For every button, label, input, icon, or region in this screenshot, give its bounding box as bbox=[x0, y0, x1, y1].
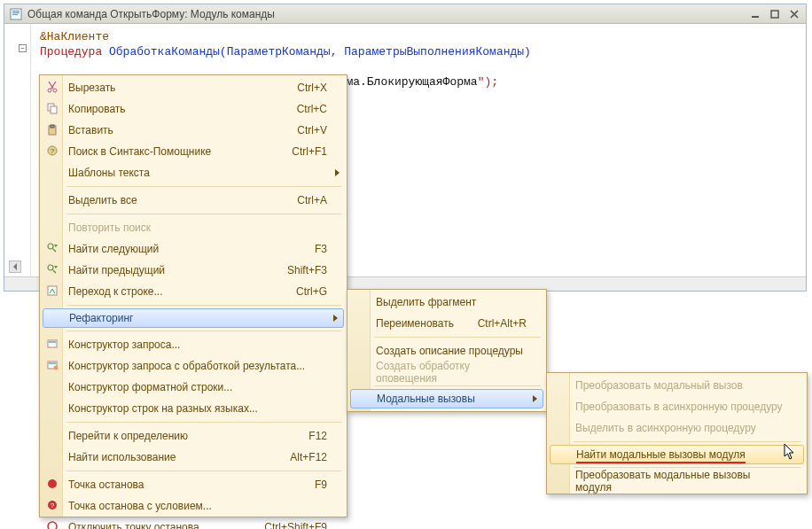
menu-item-label: Выделить все bbox=[68, 194, 276, 206]
svg-point-14 bbox=[48, 244, 53, 249]
menu-item[interactable]: Конструктор форматной строки... bbox=[42, 377, 345, 398]
submenu-arrow-icon bbox=[333, 315, 338, 322]
menu-item-label: Перейти к определению bbox=[68, 430, 287, 442]
menu-item-shortcut: F9 bbox=[315, 478, 327, 491]
menu-item: Преобразовать в асинхронную процедуру bbox=[549, 396, 805, 417]
close-button[interactable] bbox=[788, 8, 800, 20]
menu-item[interactable]: Найти модальные вызовы модуля bbox=[550, 445, 804, 464]
menu-item[interactable]: Найти следующийF3 bbox=[42, 238, 345, 260]
fold-button[interactable]: − bbox=[19, 44, 27, 52]
menu-item[interactable]: ВставитьCtrl+V bbox=[42, 120, 345, 141]
menu-separator bbox=[374, 337, 541, 338]
find-prev-icon bbox=[45, 262, 59, 276]
menu-item-label: Переименовать bbox=[376, 317, 457, 330]
submenu-arrow-icon bbox=[335, 169, 340, 176]
menu-item-label: Конструктор форматной строки... bbox=[68, 381, 327, 393]
menu-item[interactable]: ?Поиск в Синтакс-ПомощникеCtrl+F1 bbox=[42, 141, 345, 162]
menu-item-shortcut: Ctrl+C bbox=[297, 103, 327, 115]
help-icon: ? bbox=[45, 144, 59, 158]
menu-item[interactable]: Найти предыдущийShift+F3 bbox=[42, 260, 345, 281]
submenu-modal-calls[interactable]: Преобразовать модальный вызовПреобразова… bbox=[546, 372, 808, 494]
svg-rect-5 bbox=[771, 11, 778, 18]
menu-item-label: Создать описание процедуры bbox=[376, 345, 527, 357]
maximize-button[interactable] bbox=[769, 8, 781, 20]
menu-item[interactable]: Рефакторинг bbox=[43, 308, 344, 328]
svg-point-22 bbox=[48, 479, 57, 488]
svg-point-25 bbox=[48, 522, 57, 529]
menu-item: Выделить в асинхронную процедуру bbox=[549, 417, 805, 439]
menu-item[interactable]: Конструктор запроса... bbox=[42, 334, 345, 355]
menu-item-label: Повторить поиск bbox=[68, 222, 327, 234]
paste-icon bbox=[45, 122, 59, 136]
menu-item-label: Вырезать bbox=[68, 82, 276, 94]
menu-item-label: Преобразовать модальные вызовы модуля bbox=[575, 469, 787, 494]
menu-item-label: Выделить фрагмент bbox=[376, 296, 527, 308]
titlebar: Общая команда ОткрытьФорму: Модуль коман… bbox=[4, 4, 806, 24]
menu-item[interactable]: Преобразовать модальные вызовы модуля bbox=[549, 471, 805, 492]
cond-breakpoint-icon: ? bbox=[45, 498, 59, 512]
menu-item[interactable]: Конструктор запроса с обработкой результ… bbox=[42, 355, 345, 377]
menu-item[interactable]: Выделить всеCtrl+A bbox=[42, 190, 345, 211]
svg-point-6 bbox=[48, 89, 51, 92]
menu-item[interactable]: Точка остановаF9 bbox=[42, 474, 345, 495]
menu-item[interactable]: ?Точка останова с условием... bbox=[42, 495, 345, 517]
menu-item-label: Конструктор запроса с обработкой результ… bbox=[68, 360, 327, 372]
menu-separator bbox=[374, 385, 541, 386]
menu-item[interactable]: ВырезатьCtrl+X bbox=[42, 77, 345, 98]
menu-item-label: Вставить bbox=[68, 124, 276, 136]
menu-item-shortcut: F12 bbox=[308, 430, 327, 442]
menu-item[interactable]: Конструктор строк на разных языках... bbox=[42, 398, 345, 419]
svg-rect-18 bbox=[49, 341, 56, 343]
menu-item-label: Рефакторинг bbox=[69, 312, 326, 324]
menu-item[interactable]: Модальные вызовы bbox=[350, 389, 543, 408]
menu-item[interactable]: Шаблоны текста bbox=[42, 162, 345, 183]
menu-separator bbox=[66, 305, 341, 306]
menu-item-shortcut: Alt+F12 bbox=[290, 451, 327, 463]
menu-item[interactable]: Найти использованиеAlt+F12 bbox=[42, 447, 345, 468]
submenu-refactoring[interactable]: Выделить фрагментПереименоватьCtrl+Alt+R… bbox=[347, 289, 547, 412]
menu-item-shortcut: Ctrl+A bbox=[297, 194, 327, 206]
menu-item-label: Найти модальные вызовы модуля bbox=[576, 448, 786, 461]
menu-item[interactable]: Перейти к определениюF12 bbox=[42, 425, 345, 447]
breakpoint-icon bbox=[45, 477, 59, 491]
menu-item[interactable]: Переход к строке...Ctrl+G bbox=[42, 281, 345, 302]
menu-item-label: Точка останова bbox=[68, 478, 293, 491]
copy-icon bbox=[45, 101, 59, 115]
find-next-icon bbox=[45, 241, 59, 255]
menu-item-label: Копировать bbox=[68, 103, 276, 115]
menu-item-label: Модальные вызовы bbox=[377, 393, 526, 405]
menu-item-label: Конструктор строк на разных языках... bbox=[68, 402, 327, 415]
menu-item[interactable]: КопироватьCtrl+C bbox=[42, 98, 345, 120]
minimize-button[interactable] bbox=[749, 8, 761, 20]
menu-item-shortcut: Ctrl+Shift+F9 bbox=[264, 521, 327, 529]
menu-item-shortcut: Shift+F3 bbox=[287, 264, 327, 276]
menu-item: Преобразовать модальный вызов bbox=[549, 375, 805, 396]
context-menu-main[interactable]: ВырезатьCtrl+XКопироватьCtrl+CВставитьCt… bbox=[39, 74, 347, 517]
module-icon bbox=[10, 8, 22, 20]
menu-item-shortcut: Ctrl+X bbox=[297, 82, 327, 94]
gutter: − bbox=[4, 24, 31, 276]
menu-item-label: Выделить в асинхронную процедуру bbox=[575, 422, 787, 434]
menu-item-label: Поиск в Синтакс-Помощнике bbox=[68, 145, 270, 158]
menu-item-label: Конструктор запроса... bbox=[68, 338, 327, 351]
menu-separator bbox=[66, 422, 341, 423]
menu-item[interactable]: Создать описание процедуры bbox=[349, 340, 544, 362]
menu-separator bbox=[66, 186, 341, 187]
svg-rect-11 bbox=[51, 125, 54, 128]
svg-point-21 bbox=[54, 366, 59, 370]
svg-rect-9 bbox=[51, 106, 57, 113]
menu-item-label: Шаблоны текста bbox=[68, 167, 327, 179]
menu-item-shortcut: Ctrl+V bbox=[297, 124, 327, 136]
menu-item-shortcut: Ctrl+Alt+R bbox=[478, 317, 527, 330]
menu-item-label: Переход к строке... bbox=[68, 285, 275, 298]
svg-point-15 bbox=[48, 265, 53, 270]
svg-rect-1 bbox=[12, 11, 20, 12]
menu-separator bbox=[574, 467, 801, 468]
menu-item[interactable]: ПереименоватьCtrl+Alt+R bbox=[349, 313, 544, 334]
menu-item[interactable]: Выделить фрагмент bbox=[349, 292, 544, 313]
menu-item-label: Отключить точку останова bbox=[68, 521, 243, 529]
scroll-left-button[interactable] bbox=[9, 261, 21, 273]
menu-item[interactable]: Отключить точку остановаCtrl+Shift+F9 bbox=[42, 517, 345, 529]
menu-item-label: Преобразовать модальный вызов bbox=[575, 379, 787, 392]
svg-rect-2 bbox=[12, 12, 20, 13]
